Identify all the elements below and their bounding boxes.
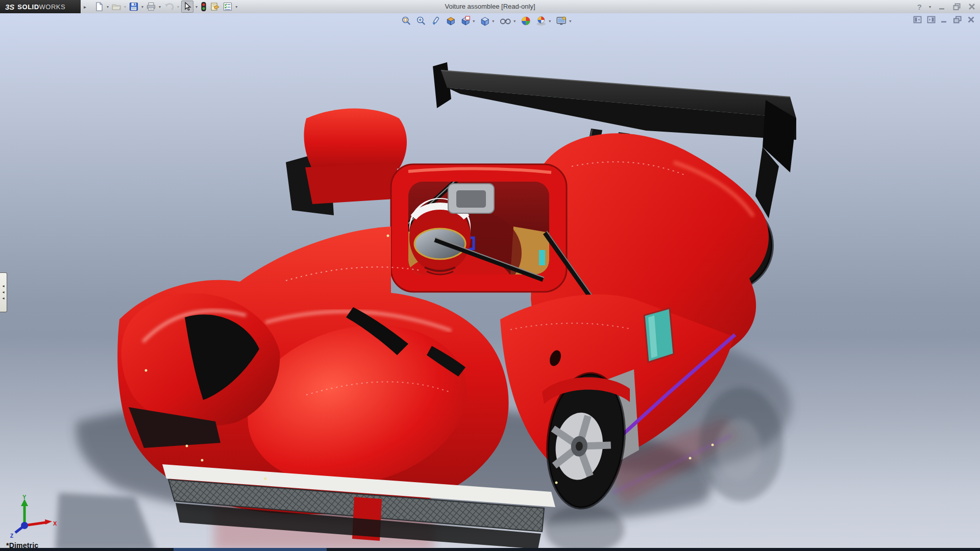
save-dropdown-caret[interactable]: ▾ [141, 5, 143, 9]
select-tool-button[interactable] [181, 1, 193, 13]
select-dropdown-caret[interactable]: ▾ [195, 5, 198, 9]
save-button[interactable] [128, 1, 139, 12]
options-checklist-icon [223, 2, 233, 12]
triad-x-label: X [53, 520, 57, 527]
open-button[interactable] [111, 1, 122, 12]
print-dropdown-caret[interactable]: ▾ [159, 5, 161, 9]
menu-flyout-arrow[interactable]: ▸ [84, 4, 86, 10]
save-icon [129, 2, 139, 12]
minimize-icon[interactable] [938, 3, 946, 11]
race-car-model[interactable] [0, 13, 980, 551]
print-icon [146, 2, 156, 12]
brand-solid: SOLID [17, 3, 39, 11]
help-dropdown-caret[interactable]: ▾ [929, 5, 931, 9]
feature-manager-collapsed-tab[interactable]: ◂ ◂ ◂ [0, 272, 7, 312]
titlebar: 3S SOLIDWORKS ▸ ▾ ▾ [0, 0, 980, 14]
ds-logo-icon: 3S [5, 3, 14, 11]
undo-button[interactable] [163, 1, 175, 12]
solidworks-window: 3S SOLIDWORKS ▸ ▾ ▾ [0, 0, 980, 551]
select-cursor-icon [182, 2, 192, 12]
collapse-arrow-icon: ◂ [2, 297, 4, 300]
brand-works: WORKS [39, 3, 66, 11]
triad-z-label: Z [10, 533, 13, 539]
undo-icon [163, 2, 175, 12]
restore-icon[interactable] [952, 3, 962, 11]
side-window [644, 308, 674, 362]
solidworks-logo: 3S SOLIDWORKS [0, 0, 81, 13]
new-document-icon [94, 2, 104, 12]
close-icon[interactable] [968, 3, 976, 11]
help-button[interactable]: ? [917, 3, 922, 11]
file-properties-button[interactable] [209, 1, 221, 12]
rear-left-fender [286, 109, 407, 216]
open-folder-icon [111, 2, 121, 12]
open-dropdown-caret[interactable]: ▾ [124, 5, 126, 9]
file-properties-icon [209, 2, 220, 12]
new-dropdown-caret[interactable]: ▾ [107, 5, 109, 9]
options-dropdown-caret[interactable]: ▾ [235, 5, 237, 9]
orientation-triad: Y X Z [7, 494, 58, 539]
rebuild-traffic-light-icon [200, 2, 207, 12]
options-button[interactable] [222, 1, 233, 12]
rear-view-mirror [448, 184, 494, 213]
window-controls: ? ▾ [917, 0, 976, 13]
graphics-viewport[interactable]: ▾ ▾ ▾ [0, 13, 980, 551]
collapse-arrow-icon: ◂ [2, 285, 4, 288]
new-document-button[interactable] [93, 1, 105, 12]
taskbar-edge [0, 548, 980, 551]
print-button[interactable] [145, 1, 157, 12]
undo-dropdown-caret[interactable]: ▾ [177, 5, 179, 9]
triad-y-label: Y [22, 494, 27, 500]
rebuild-button[interactable] [200, 1, 208, 12]
collapse-arrow-icon: ◂ [2, 291, 4, 294]
standard-toolbar: ▾ ▾ ▾ [93, 1, 238, 13]
